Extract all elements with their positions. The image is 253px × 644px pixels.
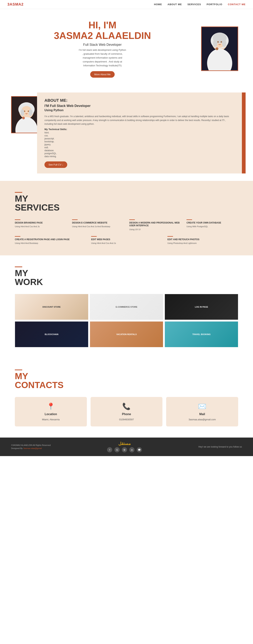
service-desc: Using Html And Css And Js: [15, 225, 66, 228]
skill-item: bootstrap.: [44, 140, 235, 143]
service-name: EDIT WEB PAGES: [91, 238, 162, 241]
footer-center-block: مستقل f G ⚙ in 💬: [107, 441, 142, 452]
contacts-accent: [15, 370, 22, 370]
svg-point-15: [20, 109, 24, 116]
nav-services[interactable]: SERVICES: [187, 3, 201, 6]
contact-card: 📍 Location Miami, Alexanria: [15, 397, 87, 426]
nav-contact[interactable]: CONTACT ME: [228, 3, 246, 6]
portfolio-title-block: MY WORK: [15, 266, 238, 286]
nav-portfolio[interactable]: PORTFOLIO: [207, 3, 222, 6]
skill-item: css.: [44, 134, 235, 137]
skill-item: es6.: [44, 146, 235, 149]
svg-point-8: [217, 41, 219, 42]
social-icons: f G ⚙ in 💬: [107, 447, 142, 452]
svg-point-7: [222, 40, 226, 47]
social-settings[interactable]: ⚙: [122, 447, 127, 452]
footer-tagline: Hey! we are looking forward to you follo…: [198, 446, 242, 448]
portfolio-thumb: TRAVEL BOOKING: [165, 322, 238, 347]
skill-item: data mining.: [44, 155, 235, 158]
contact-card: 📞 Phone 01094930597: [91, 397, 163, 426]
hero-photo: [202, 27, 238, 70]
portfolio-thumb: LOG IN PAGE: [165, 294, 238, 320]
hero-text: HI, I'M 3ASMA2 ALAAELDIN Full Stack Web …: [15, 20, 190, 78]
about-card: ABOUT ME: I'M Full Stack Web Developer U…: [37, 92, 242, 173]
more-about-btn[interactable]: More About Me: [90, 71, 115, 78]
svg-point-19: [28, 111, 29, 112]
social-google[interactable]: G: [114, 447, 120, 452]
contacts-section: MY CONTACTS 📍 Location Miami, Alexanria …: [0, 358, 253, 438]
portfolio-item[interactable]: TRAVEL BOOKING: [165, 321, 238, 347]
service-accent: [91, 236, 97, 237]
svg-point-20: [22, 117, 25, 119]
hero-subtitle: Full Stack Web Developer: [15, 43, 190, 47]
services-grid-bottom: CREATE A REGISTRATION PAGE AND LOGIN PAG…: [15, 236, 238, 244]
skill-item: javascript.: [44, 137, 235, 140]
nav-home[interactable]: HOME: [154, 3, 162, 6]
nav-about[interactable]: ABOUT ME: [168, 3, 182, 6]
skills-list: html.css.javascript.bootstrap.jquery.es6…: [44, 132, 235, 158]
footer: ©3ASMA2 ALAAELDIN All Rights Reserved De…: [0, 438, 253, 456]
service-accent: [129, 220, 135, 220]
portfolio-thumb: VACATION RENTALS: [90, 322, 163, 347]
portfolio-item[interactable]: DISCOUNT STORE: [15, 294, 88, 320]
social-messenger[interactable]: 💬: [137, 447, 142, 452]
service-name: DESIGN E-COMMERCE WEBSITE: [72, 222, 124, 224]
hero-description: I'm full stack web development using Pyt…: [78, 48, 126, 68]
portfolio-item[interactable]: LOG IN PAGE: [165, 294, 238, 320]
contacts-title-block: MY CONTACTS: [15, 370, 238, 390]
portfolio-item[interactable]: BLOCKCHAIN: [15, 321, 88, 347]
service-desc: Using Html And Bootstarp: [15, 242, 86, 244]
service-name: DESIGN A MODERN AND PROFESSIONAL WEB USE…: [129, 222, 181, 227]
cv-button[interactable]: See Full CV ↓: [44, 162, 67, 168]
portfolio-grid: DISCOUNT STOREE-COMMERCE STORELOG IN PAG…: [15, 294, 238, 347]
hero-greeting: HI, I'M 3ASMA2 ALAAELDIN: [15, 20, 190, 41]
portfolio-item[interactable]: VACATION RENTALS: [90, 321, 163, 347]
contact-type: Phone: [122, 412, 131, 416]
services-title-block: MY SERVICES: [15, 192, 238, 212]
service-desc: Using With PostgreSQL: [187, 225, 238, 228]
about-subheading: I'M Full Stack Web Developer: [44, 104, 235, 108]
about-tech: Using Python: [44, 108, 235, 112]
hero-image: [201, 26, 238, 71]
service-item: CREATE A REGISTRATION PAGE AND LOGIN PAG…: [15, 236, 86, 244]
service-accent: [187, 220, 192, 220]
footer-copyright: ©3ASMA2 ALAAELDIN All Rights Reserved: [11, 444, 51, 447]
social-linkedin[interactable]: in: [129, 447, 134, 452]
service-name: EDIT AND RETOUCH PHOTOS: [167, 238, 238, 241]
about-photo: [11, 96, 41, 133]
contact-type: Mail: [199, 412, 205, 416]
contact-icon: 📞: [122, 402, 131, 410]
portfolio-section: MY WORK DISCOUNT STOREE-COMMERCE STORELO…: [0, 256, 253, 358]
service-name: DESIGN BRANDING PAGE: [15, 222, 66, 224]
nav-links: HOME ABOUT ME SERVICES PORTFOLIO CONTACT…: [154, 3, 246, 6]
contact-card: ✉️ Mail 3asmaa.alaa@gmail.com: [166, 397, 238, 426]
contact-icon: ✉️: [198, 402, 206, 410]
contact-icon: 📍: [47, 402, 55, 410]
footer-designed: Designed By 3asmaa alaa@gmail: [11, 447, 51, 450]
svg-point-18: [24, 111, 25, 112]
nav-logo[interactable]: 3ASMA2: [7, 2, 23, 6]
portfolio-thumb: E-COMMERCE STORE: [90, 294, 163, 320]
navbar: 3ASMA2 HOME ABOUT ME SERVICES PORTFOLIO …: [0, 0, 253, 9]
about-bio: I'm a MIS fresh graduate. I'm a talented…: [44, 114, 235, 126]
service-desc: Using Html And Css And Js And Bootstarp: [72, 225, 124, 228]
footer-designer-link[interactable]: 3asmaa alaa@gmail: [23, 447, 42, 450]
service-item: DESIGN BRANDING PAGE Using Html And Css …: [15, 220, 66, 230]
service-item: DESIGN E-COMMERCE WEBSITE Using Html And…: [72, 220, 124, 230]
skill-item: jquery.: [44, 143, 235, 146]
services-title: MY SERVICES: [15, 194, 238, 212]
service-item: DESIGN A MODERN AND PROFESSIONAL WEB USE…: [129, 220, 181, 230]
service-item: EDIT AND RETOUCH PHOTOS Using Photoshop …: [167, 236, 238, 244]
services-accent: [15, 192, 22, 193]
services-grid-top: DESIGN BRANDING PAGE Using Html And Css …: [15, 220, 238, 230]
contact-value: 3asmaa.alaa@gmail.com: [189, 418, 216, 421]
portfolio-thumb: DISCOUNT STORE: [15, 294, 88, 320]
skill-item: postgreSQL.: [44, 152, 235, 155]
portfolio-accent: [15, 266, 22, 267]
social-facebook[interactable]: f: [107, 447, 112, 452]
hero-section: HI, I'M 3ASMA2 ALAAELDIN Full Stack Web …: [0, 9, 253, 85]
portfolio-item[interactable]: E-COMMERCE STORE: [90, 294, 163, 320]
footer-brand: مستقل: [107, 441, 142, 446]
service-accent: [15, 236, 20, 237]
svg-point-9: [221, 41, 222, 42]
